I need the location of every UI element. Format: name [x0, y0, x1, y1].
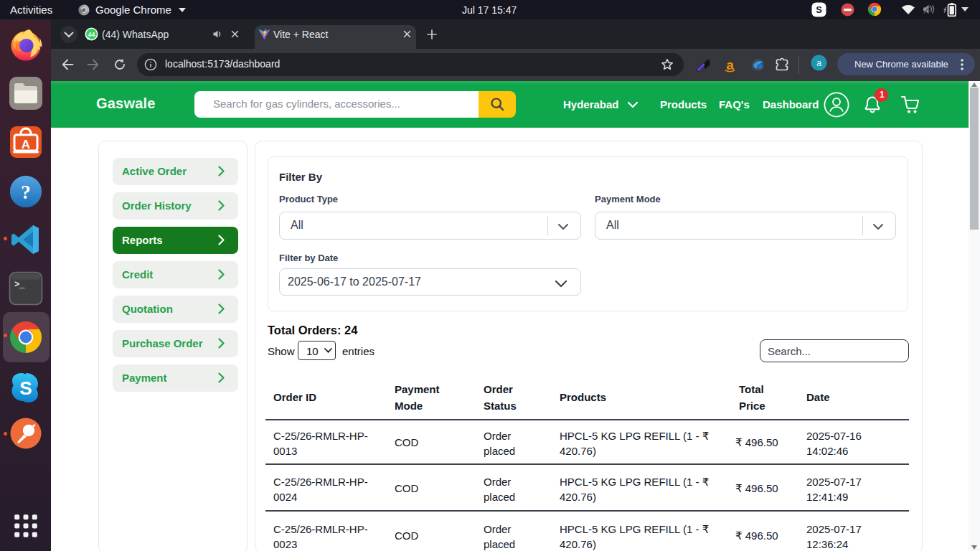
svg-text:44: 44 [88, 31, 95, 38]
svg-text:>_: >_ [14, 280, 25, 290]
svg-text:S: S [816, 4, 822, 15]
svg-text:S: S [19, 377, 32, 399]
svg-text:A: A [22, 138, 30, 151]
svg-text:?: ? [21, 182, 31, 203]
svg-text:a: a [816, 58, 821, 68]
svg-text:a: a [726, 57, 734, 72]
